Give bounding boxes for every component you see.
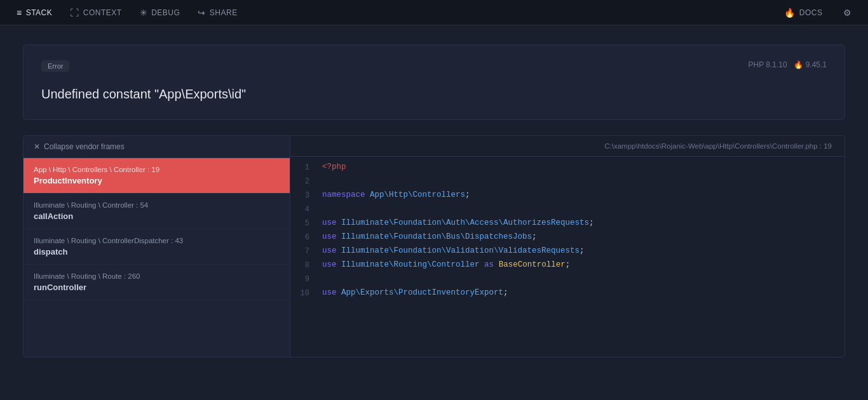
code-line: 10 use App\Exports\ProductInventoryExpor… xyxy=(290,288,844,302)
nav-stack-label: STACK xyxy=(26,8,53,17)
collapse-label: Collapse vendor frames xyxy=(44,142,125,151)
main-content: Error PHP 8.1.10 🔥 9.45.1 Undefined cons… xyxy=(0,25,868,377)
line-number: 4 xyxy=(290,204,322,214)
nav-docs-label: DOCS xyxy=(799,8,823,17)
frame-path: App \ Http \ Controllers \ Controller : … xyxy=(34,166,280,173)
frame-list: ✕ Collapse vendor frames App \ Http \ Co… xyxy=(24,136,290,357)
nav-debug-label: DEBUG xyxy=(151,8,180,17)
frame-item[interactable]: Illuminate \ Routing \ Controller : 54 c… xyxy=(24,194,290,229)
error-meta: PHP 8.1.10 🔥 9.45.1 xyxy=(748,60,827,69)
share-icon: ↪ xyxy=(198,8,206,18)
stack-panel: ✕ Collapse vendor frames App \ Http \ Co… xyxy=(23,135,845,357)
error-title: Undefined constant "App\Exports\id" xyxy=(41,87,827,102)
line-content: namespace App\Http\Controllers; xyxy=(322,190,844,199)
nav-stack[interactable]: ≡ STACK xyxy=(8,0,61,25)
collapse-vendor-frames[interactable]: ✕ Collapse vendor frames xyxy=(24,136,290,158)
nav-docs[interactable]: 🔥 DOCS xyxy=(775,8,831,18)
code-line: 3 namespace App\Http\Controllers; xyxy=(290,190,844,204)
php-version: PHP 8.1.10 xyxy=(748,60,787,69)
frame-item[interactable]: App \ Http \ Controllers \ Controller : … xyxy=(24,158,290,194)
code-line: 6 use Illuminate\Foundation\Bus\Dispatch… xyxy=(290,232,844,246)
nav-context-label: CONTEXT xyxy=(83,8,122,17)
line-content: <?php xyxy=(322,163,844,171)
code-line: 4 xyxy=(290,204,844,218)
top-nav: ≡ STACK ⛶ CONTEXT ✳ DEBUG ↪ SHARE 🔥 DOCS… xyxy=(0,0,868,25)
ignition-version: 🔥 9.45.1 xyxy=(794,60,827,69)
code-line: 5 use Illuminate\Foundation\Auth\Access\… xyxy=(290,218,844,232)
frame-path: Illuminate \ Routing \ Route : 260 xyxy=(34,272,280,280)
line-number: 3 xyxy=(290,190,322,200)
frame-item[interactable]: Illuminate \ Routing \ ControllerDispatc… xyxy=(24,229,290,265)
collapse-icon: ✕ xyxy=(34,142,40,151)
context-icon: ⛶ xyxy=(70,8,79,18)
nav-right: 🔥 DOCS ⚙ xyxy=(775,8,860,18)
code-line: 2 xyxy=(290,176,844,190)
line-content xyxy=(322,204,844,213)
line-number: 1 xyxy=(290,163,322,172)
stack-icon: ≡ xyxy=(17,8,22,18)
line-number: 8 xyxy=(290,260,322,270)
nav-context[interactable]: ⛶ CONTEXT xyxy=(61,0,130,25)
line-number: 9 xyxy=(290,274,322,284)
ignition-icon: 🔥 xyxy=(794,60,803,69)
code-line: 1 <?php xyxy=(290,162,844,176)
line-number: 5 xyxy=(290,218,322,228)
line-number: 6 xyxy=(290,232,322,242)
code-line: 7 use Illuminate\Foundation\Validation\V… xyxy=(290,246,844,260)
code-line: 8 use Illuminate\Routing\Controller as B… xyxy=(290,260,844,274)
nav-share-label: SHARE xyxy=(210,8,238,17)
code-lines: 1 <?php 2 3 namespace App\Http\Controlle… xyxy=(290,157,844,357)
frame-method: ProductInventory xyxy=(34,176,280,185)
frame-item[interactable]: Illuminate \ Routing \ Route : 260 runCo… xyxy=(24,265,290,300)
line-content: use Illuminate\Foundation\Bus\Dispatches… xyxy=(322,232,844,241)
frame-path: Illuminate \ Routing \ ControllerDispatc… xyxy=(34,237,280,244)
line-content: use Illuminate\Foundation\Auth\Access\Au… xyxy=(322,218,844,227)
line-number: 10 xyxy=(290,288,322,298)
code-line: 9 xyxy=(290,274,844,288)
nav-share[interactable]: ↪ SHARE xyxy=(189,0,246,25)
frame-method: runController xyxy=(34,283,280,292)
settings-icon: ⚙ xyxy=(843,8,852,18)
frame-method: dispatch xyxy=(34,247,280,257)
error-panel: Error PHP 8.1.10 🔥 9.45.1 Undefined cons… xyxy=(23,44,845,120)
debug-icon: ✳ xyxy=(140,8,148,18)
line-content xyxy=(322,177,844,185)
frame-method: callAction xyxy=(34,211,280,221)
frame-path: Illuminate \ Routing \ Controller : 54 xyxy=(34,201,280,209)
error-badge: Error xyxy=(41,60,69,72)
line-content: use Illuminate\Routing\Controller as Bas… xyxy=(322,260,844,269)
line-number: 7 xyxy=(290,246,322,256)
line-number: 2 xyxy=(290,177,322,186)
nav-debug[interactable]: ✳ DEBUG xyxy=(131,0,189,25)
line-content xyxy=(322,274,844,283)
line-content: use Illuminate\Foundation\Validation\Val… xyxy=(322,246,844,255)
code-view: C:\xampp\htdocs\Rojanic-Web\app\Http\Con… xyxy=(290,136,844,357)
line-content: use App\Exports\ProductInventoryExport; xyxy=(322,288,844,297)
docs-icon: 🔥 xyxy=(784,8,796,18)
code-file-path: C:\xampp\htdocs\Rojanic-Web\app\Http\Con… xyxy=(290,136,844,157)
nav-settings[interactable]: ⚙ xyxy=(834,8,861,18)
